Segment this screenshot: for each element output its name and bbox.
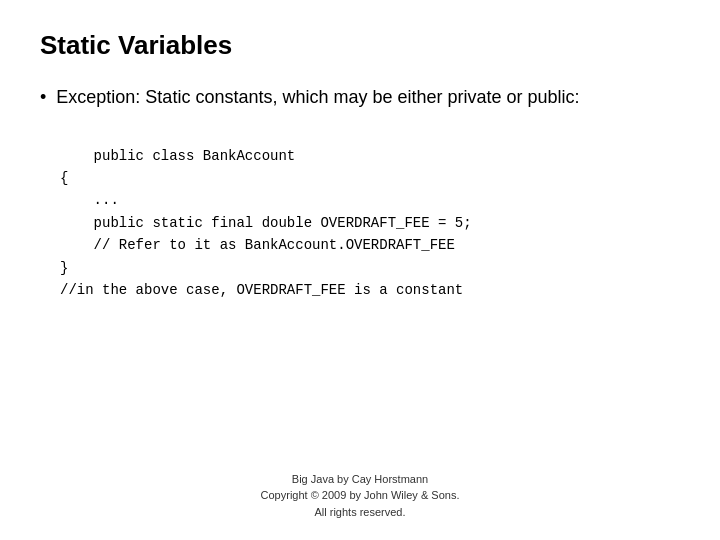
code-line-7: //in the above case, OVERDRAFT_FEE is a …	[60, 282, 463, 298]
code-line-1: public class BankAccount	[94, 148, 296, 164]
footer-line3: All rights reserved.	[0, 504, 720, 521]
code-line-6: }	[60, 260, 68, 276]
slide-title: Static Variables	[40, 30, 680, 61]
footer: Big Java by Cay Horstmann Copyright © 20…	[0, 471, 720, 521]
code-line-5: // Refer to it as BankAccount.OVERDRAFT_…	[60, 237, 455, 253]
code-line-2: {	[60, 170, 68, 186]
code-line-3: ...	[60, 192, 119, 208]
bullet-dot: •	[40, 87, 46, 108]
footer-line1: Big Java by Cay Horstmann	[0, 471, 720, 488]
code-line-4: public static final double OVERDRAFT_FEE…	[60, 215, 472, 231]
bullet-item: • Exception: Static constants, which may…	[40, 85, 680, 110]
code-block: public class BankAccount { ... public st…	[60, 122, 680, 324]
slide-container: Static Variables • Exception: Static con…	[0, 0, 720, 540]
bullet-text: Exception: Static constants, which may b…	[56, 85, 579, 110]
footer-line2: Copyright © 2009 by John Wiley & Sons.	[0, 487, 720, 504]
